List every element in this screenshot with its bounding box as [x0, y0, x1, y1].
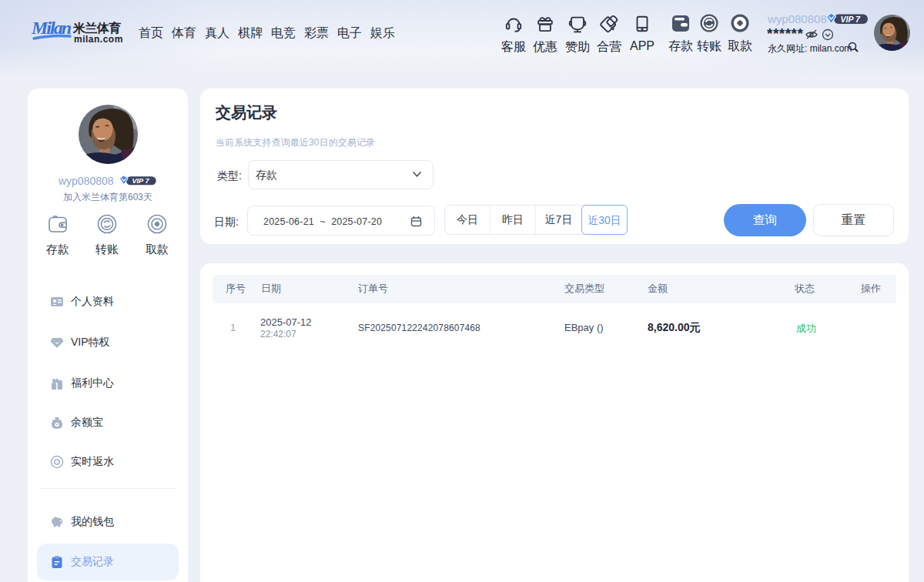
svg-text:VIP 7: VIP 7	[132, 177, 149, 185]
svg-text:VIP 7: VIP 7	[841, 15, 861, 24]
